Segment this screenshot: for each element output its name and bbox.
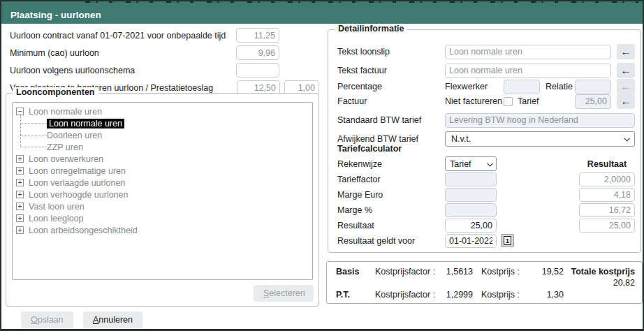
uurloon-contract-input[interactable] <box>236 28 279 43</box>
selecteren-label: electeren <box>269 288 305 298</box>
afwijkend-btw-label: Afwijkend BTW tarief <box>337 134 445 144</box>
resultaat-row: Resultaat <box>337 218 635 233</box>
plaatsing-uurlonen-dialog: Plaatsing - uurlonen Uurloon contract va… <box>0 0 644 331</box>
tree-item-label[interactable]: ZZP uren <box>47 142 83 152</box>
tarieffactor-row: Tarieffactor <box>337 172 635 186</box>
uurloonschema-label: Uurloon volgens uurloonschema <box>10 66 236 75</box>
calendar-button[interactable]: 1 <box>501 234 514 247</box>
resultaat-input[interactable] <box>445 219 497 233</box>
tree-item-label[interactable]: Loon normale uren <box>29 107 102 117</box>
factuur-label: Factuur <box>337 96 445 106</box>
tree-item-label[interactable]: Loon verhoogde uurlonen <box>29 190 128 200</box>
totale-kostprijs-row: 20,82 <box>336 277 635 288</box>
basis-row: Basis Kostprijsfactor : 1,5613 Kostprijs… <box>336 266 635 277</box>
tree-item-loon-normale-uren-group[interactable]: − Loon normale uren <box>13 105 312 117</box>
looncomponenten-legend: Looncomponenten <box>13 87 98 97</box>
kostprijsfactor-label: Kostprijsfactor : <box>375 290 438 300</box>
relatie-percentage-input <box>575 80 611 94</box>
tree-item-label-selected[interactable]: Loon normale uren <box>47 119 124 128</box>
tree-item-label[interactable]: Loon onregelmatige uren <box>29 166 126 176</box>
expand-icon[interactable]: + <box>16 203 24 210</box>
tree-item-loon-leegloop[interactable]: + Loon leegloop <box>13 212 312 224</box>
tekst-loonslip-input[interactable] <box>445 45 611 59</box>
kostprijs-label: Kostprijs : <box>481 290 530 300</box>
expand-icon[interactable]: + <box>16 214 24 222</box>
expand-icon[interactable]: + <box>16 191 24 198</box>
pt-row: P.T. Kostprijsfactor : 1,2999 Kostprijs … <box>336 289 635 300</box>
tree-item-loon-arbeidsongeschiktheid[interactable]: + Loon arbeidsongeschiktheid <box>13 224 312 236</box>
expand-icon[interactable]: + <box>16 179 24 186</box>
marge-pct-result <box>579 203 635 217</box>
tree-item-loon-verlaagde-uurlonen[interactable]: + Loon verlaagde uurlonen <box>13 177 312 189</box>
marge-euro-input <box>445 188 497 202</box>
tree-item-zzp-uren[interactable]: ZZP uren <box>13 141 312 153</box>
chevron-down-icon <box>624 135 629 141</box>
tree-item-loon-overwerkuren[interactable]: + Loon overwerkuren <box>13 153 312 165</box>
tekst-factuur-label: Tekst factuur <box>337 66 445 75</box>
tree-item-loon-normale-uren[interactable]: Loon normale uren <box>13 117 312 129</box>
tarieffactor-label: Tarieffactor <box>337 175 445 184</box>
uurloon-fields: Uurloon contract vanaf 01-07-2021 voor o… <box>10 27 319 96</box>
resultaat-geldt-voor-row: Resultaat geldt voor 1 <box>337 233 635 248</box>
tree-item-loon-onregelmatige-uren[interactable]: + Loon onregelmatige uren <box>13 165 312 177</box>
tree-item-label[interactable]: Doorleen uren <box>47 131 102 140</box>
annuleren-button[interactable]: Annuleren <box>83 311 142 328</box>
minimum-cao-label: Minimum (cao) uurloon <box>10 48 236 58</box>
afwijkend-btw-select[interactable]: N.v.t. <box>445 131 635 147</box>
rekenwijze-row: Rekenwijze Tarief Resultaat <box>337 156 635 171</box>
tarieffactor-input <box>445 172 497 186</box>
expand-icon[interactable]: + <box>16 226 24 234</box>
afwijkend-btw-value: N.v.t. <box>451 134 471 144</box>
marge-euro-row: Marge Euro <box>337 187 635 202</box>
tree-item-label[interactable]: Loon verlaagde uurlonen <box>29 178 125 188</box>
dialog-titlebar: Plaatsing - uurlonen <box>1 6 643 24</box>
tariefcalculator-title: Tariefcalculator <box>337 144 402 154</box>
dialog-title: Plaatsing - uurlonen <box>10 10 101 20</box>
uurloonschema-input[interactable] <box>236 63 279 78</box>
expand-icon[interactable]: + <box>16 155 24 163</box>
tarieffactor-result <box>579 172 635 186</box>
resultaat-geldt-voor-label: Resultaat geldt voor <box>337 236 445 246</box>
tree-item-vast-loon-uren[interactable]: + Vast loon uren <box>13 200 312 212</box>
apply-loonslip-arrow-button[interactable]: ← <box>617 44 635 59</box>
expand-icon[interactable]: + <box>16 167 24 175</box>
niet-factureren-checkbox[interactable] <box>504 97 513 106</box>
minimum-cao-input[interactable] <box>236 45 279 60</box>
apply-factuur-arrow-button[interactable]: ← <box>617 63 635 78</box>
uurloon-contract-row: Uurloon contract vanaf 01-07-2021 voor o… <box>10 27 319 44</box>
totale-kostprijs-value: 20,82 <box>336 278 635 288</box>
kostprijs-summary-box: Basis Kostprijsfactor : 1,5613 Kostprijs… <box>326 261 643 304</box>
marge-pct-label: Marge % <box>337 205 445 215</box>
looncomponenten-fieldset: Looncomponenten − Loon normale uren Loon… <box>6 93 319 307</box>
tree-item-label[interactable]: Loon arbeidsongeschiktheid <box>29 226 138 235</box>
factuur-row: Factuur Niet factureren Tarief ← <box>337 94 635 109</box>
tarief-label: Tarief <box>513 96 575 106</box>
pt-kostprijsfactor-value: 1,2999 <box>438 290 473 300</box>
relatie-label: Relatie <box>540 82 575 91</box>
niet-factureren-label: Niet factureren <box>445 96 504 106</box>
tree-children: Loon normale uren Doorleen uren ZZP uren <box>13 117 312 153</box>
percentage-label: Percentage <box>337 82 445 91</box>
standaard-btw-row: Standaard BTW tarief <box>337 112 635 128</box>
tree-item-loon-verhoogde-uurlonen[interactable]: + Loon verhoogde uurlonen <box>13 189 312 200</box>
flexwerker-label: Flexwerker <box>445 82 504 91</box>
rekenwijze-select[interactable]: Tarief <box>445 156 497 171</box>
tree-item-label[interactable]: Loon leegloop <box>29 214 84 223</box>
opslaan-button: Opslaan <box>21 311 73 328</box>
apply-tarief-arrow-button[interactable]: ← <box>617 94 635 109</box>
basis-label: Basis <box>336 267 375 277</box>
detailinformatie-legend: Detailinformatie <box>335 24 407 34</box>
tree-item-label[interactable]: Vast loon uren <box>29 202 85 212</box>
tekst-loonslip-label: Tekst loonslip <box>337 47 445 57</box>
apply-percentage-arrow-button: ← <box>617 79 635 94</box>
collapse-icon[interactable]: − <box>16 108 24 115</box>
tree-item-label[interactable]: Loon overwerkuren <box>29 154 103 164</box>
resultaat-geldt-voor-date-input[interactable] <box>445 234 497 248</box>
marge-euro-label: Marge Euro <box>337 190 445 200</box>
calendar-icon: 1 <box>504 236 511 245</box>
pt-label: P.T. <box>336 290 375 300</box>
marge-pct-row: Marge % <box>337 203 635 217</box>
tekst-factuur-input[interactable] <box>445 64 611 78</box>
tree-item-doorleen-uren[interactable]: Doorleen uren <box>13 129 312 141</box>
standaard-btw-label: Standaard BTW tarief <box>337 115 445 125</box>
